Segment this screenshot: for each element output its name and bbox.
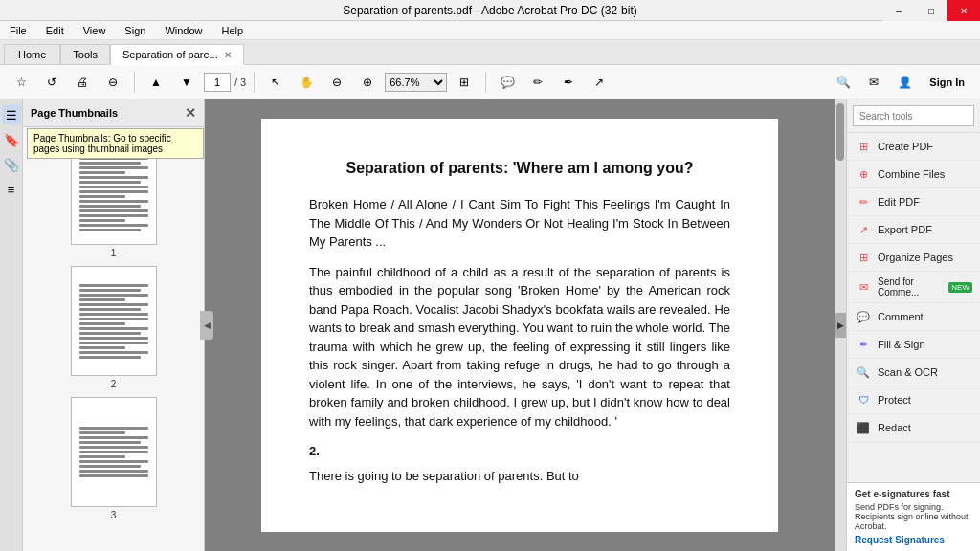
thumbnail-page-3[interactable]: 3 xyxy=(71,397,157,520)
page-number-input[interactable] xyxy=(204,73,231,92)
hand-tool-button[interactable]: ✋ xyxy=(293,69,320,96)
document-title: Separation of parents: 'Where am I among… xyxy=(309,157,730,180)
thumb-line xyxy=(79,186,148,188)
thumb-line xyxy=(79,455,125,458)
thumb-line xyxy=(79,195,125,198)
thumbnail-image-2 xyxy=(71,266,157,376)
tool-organize-pages[interactable]: ⊞ Organize Pages xyxy=(847,244,980,272)
panel-close-button[interactable]: ✕ xyxy=(185,105,196,121)
tab-home[interactable]: Home xyxy=(4,44,60,64)
maximize-button[interactable]: □ xyxy=(915,0,947,21)
thumbnails-sidebar-icon[interactable]: ☰ xyxy=(2,105,21,124)
create-pdf-icon: ⊞ xyxy=(855,138,872,155)
layers-sidebar-icon[interactable]: ≡ xyxy=(2,180,21,199)
thumb-line xyxy=(79,181,141,184)
zoom-out-button[interactable]: ⊖ xyxy=(323,69,350,96)
thumb-line xyxy=(79,342,148,344)
tool-combine-files[interactable]: ⊕ Combine Files xyxy=(847,161,980,188)
toolbar-prev-page-button[interactable]: ▲ xyxy=(143,69,169,96)
tool-redact[interactable]: ⬛ Redact xyxy=(847,414,980,442)
search-tools-input[interactable] xyxy=(853,105,974,126)
document-scrollbar-thumb[interactable] xyxy=(836,103,844,161)
toolbar-zoom-out-small-button[interactable]: ⊖ xyxy=(100,69,126,96)
share-toolbar-button[interactable]: ↗ xyxy=(586,69,612,96)
tool-fill-sign-label: Fill & Sign xyxy=(878,339,925,350)
toolbar-print-button[interactable]: 🖨 xyxy=(69,69,96,96)
app-title: Separation of parents.pdf - Adobe Acroba… xyxy=(343,4,637,17)
tab-document[interactable]: Separation of pare... ✕ xyxy=(110,44,244,65)
menu-sign[interactable]: Sign xyxy=(119,23,151,38)
tool-export-pdf-label: Export PDF xyxy=(878,224,932,235)
tool-comment-label: Comment xyxy=(878,311,924,322)
tool-fill-sign[interactable]: ✒ Fill & Sign xyxy=(847,331,980,359)
tool-send-comment-label: Send for Comme... xyxy=(878,276,943,298)
thumb-line xyxy=(79,318,148,320)
tool-redact-label: Redact xyxy=(878,422,911,433)
tool-scan-ocr-label: Scan & OCR xyxy=(878,366,938,378)
thumb-line xyxy=(79,436,148,439)
user-toolbar-button[interactable]: 👤 xyxy=(891,69,918,96)
attachments-sidebar-icon[interactable]: 📎 xyxy=(2,155,21,174)
comment-toolbar-button[interactable]: 💬 xyxy=(494,69,521,96)
export-pdf-icon: ↗ xyxy=(855,221,872,238)
thumb-line xyxy=(79,327,148,330)
menu-help[interactable]: Help xyxy=(216,23,250,38)
search-toolbar-button[interactable]: 🔍 xyxy=(830,69,857,96)
menu-file[interactable]: File xyxy=(4,23,33,38)
minimize-button[interactable]: – xyxy=(882,0,915,21)
thumbnail-page-2[interactable]: 2 xyxy=(71,266,157,389)
toolbar-separator-3 xyxy=(485,72,486,93)
toolbar-refresh-button[interactable]: ↺ xyxy=(38,69,65,96)
panel-title: Page Thumbnails xyxy=(31,107,118,119)
document-paragraph-1: Broken Home / All Alone / I Cant Sim To … xyxy=(309,195,730,252)
scan-ocr-icon: 🔍 xyxy=(855,364,872,381)
tool-edit-pdf-label: Edit PDF xyxy=(878,196,920,208)
select-tool-button[interactable]: ↖ xyxy=(262,69,289,96)
panel-collapse-button[interactable]: ◀ xyxy=(200,311,213,340)
tool-create-pdf[interactable]: ⊞ Create PDF xyxy=(847,133,980,161)
thumb-line xyxy=(79,224,148,227)
menu-window[interactable]: Window xyxy=(159,23,208,38)
close-button[interactable]: ✕ xyxy=(947,0,980,21)
zoom-in-button[interactable]: ⊕ xyxy=(354,69,381,96)
thumb-line xyxy=(79,200,148,203)
menu-bar: File Edit View Sign Window Help xyxy=(0,21,980,40)
tool-edit-pdf[interactable]: ✏ Edit PDF xyxy=(847,188,980,216)
thumbnail-image-3 xyxy=(71,397,157,507)
promo-box: Get e-signatures fast Send PDFs for sign… xyxy=(847,482,980,551)
bookmarks-sidebar-icon[interactable]: 🔖 xyxy=(2,130,21,149)
signature-toolbar-button[interactable]: ✒ xyxy=(555,69,582,96)
menu-edit[interactable]: Edit xyxy=(40,23,70,38)
tool-scan-ocr[interactable]: 🔍 Scan & OCR xyxy=(847,359,980,386)
tool-export-pdf[interactable]: ↗ Export PDF xyxy=(847,216,980,244)
zoom-select[interactable]: 66.7% xyxy=(385,73,447,92)
tool-protect[interactable]: 🛡 Protect xyxy=(847,386,980,414)
tool-comment[interactable]: 💬 Comment xyxy=(847,303,980,331)
tool-send-comment[interactable]: ✉ Send for Comme... NEW xyxy=(847,272,980,303)
request-signatures-link[interactable]: Request Signatures xyxy=(855,535,972,545)
sign-in-button[interactable]: Sign In xyxy=(922,77,972,88)
tab-tools[interactable]: Tools xyxy=(60,44,110,64)
pen-toolbar-button[interactable]: ✏ xyxy=(524,69,551,96)
thumb-line xyxy=(79,209,148,212)
thumb-line xyxy=(79,446,148,449)
document-scroll-area[interactable]: Separation of parents: 'Where am I among… xyxy=(205,99,835,551)
thumb-line xyxy=(79,205,141,208)
combine-files-icon: ⊕ xyxy=(855,165,872,183)
protect-icon: 🛡 xyxy=(855,391,872,408)
tab-close-button[interactable]: ✕ xyxy=(224,50,232,60)
crop-button[interactable]: ⊞ xyxy=(451,69,478,96)
thumb-line xyxy=(79,294,148,297)
toolbar-next-page-button[interactable]: ▼ xyxy=(173,69,200,96)
expand-right-panel-button[interactable]: ▶ xyxy=(835,313,846,338)
thumb-line xyxy=(79,470,148,473)
toolbar: ☆ ↺ 🖨 ⊖ ▲ ▼ / 3 ↖ ✋ ⊖ ⊕ 66.7% ⊞ 💬 ✏ ✒ ↗ … xyxy=(0,65,980,99)
thumb-line xyxy=(79,166,148,169)
promo-title: Get e-signatures fast xyxy=(855,489,972,499)
fill-sign-icon: ✒ xyxy=(855,336,872,353)
thumb-line xyxy=(79,289,141,292)
thumb-line xyxy=(79,337,148,340)
toolbar-star-button[interactable]: ☆ xyxy=(8,69,34,96)
menu-view[interactable]: View xyxy=(78,23,112,38)
message-toolbar-button[interactable]: ✉ xyxy=(860,69,887,96)
